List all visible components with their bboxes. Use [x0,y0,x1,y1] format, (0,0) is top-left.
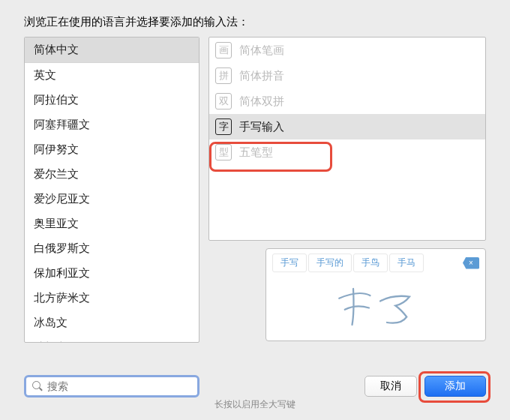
language-item[interactable]: 北方萨米文 [25,286,199,310]
candidate[interactable]: 手马 [389,254,424,272]
ime-badge-icon: 拼 [215,68,232,84]
search-icon [32,381,43,392]
input-method-panel[interactable]: 画 简体笔画 拼 简体拼音 双 简体双拼 字 手写输入 [208,37,486,241]
language-item[interactable]: 冰岛文 [25,310,199,335]
candidate-bar: 手写 手写的 手鸟 手马 × [266,249,485,272]
search-box[interactable] [24,375,200,398]
candidate[interactable]: 手写的 [308,254,352,272]
add-button[interactable]: 添加 [424,376,486,397]
handwriting-preview: 手写 手写的 手鸟 手马 × [266,248,486,341]
ime-label: 简体双拼 [239,94,284,109]
ime-badge-icon: 双 [215,93,232,110]
bottom-row: 取消 添加 [24,375,486,398]
language-list: 简体中文 英文 阿拉伯文 阿塞拜疆文 阿伊努文 爱尔兰文 爱沙尼亚文 奥里亚文 … [25,38,199,343]
input-method-item[interactable]: 拼 简体拼音 [209,63,485,88]
input-method-item-selected[interactable]: 字 手写输入 [209,114,485,140]
cancel-button[interactable]: 取消 [364,376,417,397]
right-column: 画 简体笔画 拼 简体拼音 双 简体双拼 字 手写输入 [208,37,486,343]
candidate[interactable]: 手鸟 [353,254,388,272]
search-input[interactable] [47,380,191,392]
delete-icon[interactable]: × [463,257,479,269]
columns: 简体中文 英文 阿拉伯文 阿塞拜疆文 阿伊努文 爱尔兰文 爱沙尼亚文 奥里亚文 … [9,37,501,343]
language-item[interactable]: 阿拉伯文 [25,88,199,112]
language-item[interactable]: 阿伊努文 [25,137,199,162]
dialog-instruction: 浏览正在使用的语言并选择要添加的输入法： [24,15,501,29]
language-item[interactable]: 简体中文 [25,38,199,62]
ime-label: 简体笔画 [239,44,284,58]
ime-badge-icon: 画 [215,42,232,58]
input-method-list: 画 简体笔画 拼 简体拼音 双 简体双拼 字 手写输入 [209,38,485,165]
input-method-item[interactable]: 型 五笔型 [209,140,485,165]
language-item[interactable]: 保加利亚文 [25,261,199,286]
candidate[interactable]: 手写 [272,254,307,272]
language-item[interactable]: 爱尔兰文 [25,162,199,187]
input-method-item[interactable]: 画 简体笔画 [209,38,485,63]
ime-badge-icon: 字 [215,118,232,135]
input-method-item[interactable]: 双 简体双拼 [209,88,485,114]
language-item[interactable]: 阿塞拜疆文 [25,112,199,137]
language-item[interactable]: 爱沙尼亚文 [25,187,199,212]
ime-label: 手写输入 [239,120,284,134]
language-item[interactable]: 英文 [25,63,199,88]
handwriting-stroke-icon [331,280,421,333]
ime-label: 五笔型 [239,146,273,160]
footer-hint: 长按以启用全大写键 [214,398,296,411]
language-item[interactable]: 奥里亚文 [25,212,199,236]
ime-badge-icon: 型 [215,144,232,160]
language-item[interactable]: 白俄罗斯文 [25,236,199,261]
language-panel[interactable]: 简体中文 英文 阿拉伯文 阿塞拜疆文 阿伊努文 爱尔兰文 爱沙尼亚文 奥里亚文 … [24,37,200,343]
language-item[interactable]: 波兰文 [25,335,199,343]
ime-label: 简体拼音 [239,69,284,83]
input-method-dialog: 浏览正在使用的语言并选择要添加的输入法： 简体中文 英文 阿拉伯文 阿塞拜疆文 … [9,4,501,411]
handwriting-area[interactable] [266,272,485,340]
